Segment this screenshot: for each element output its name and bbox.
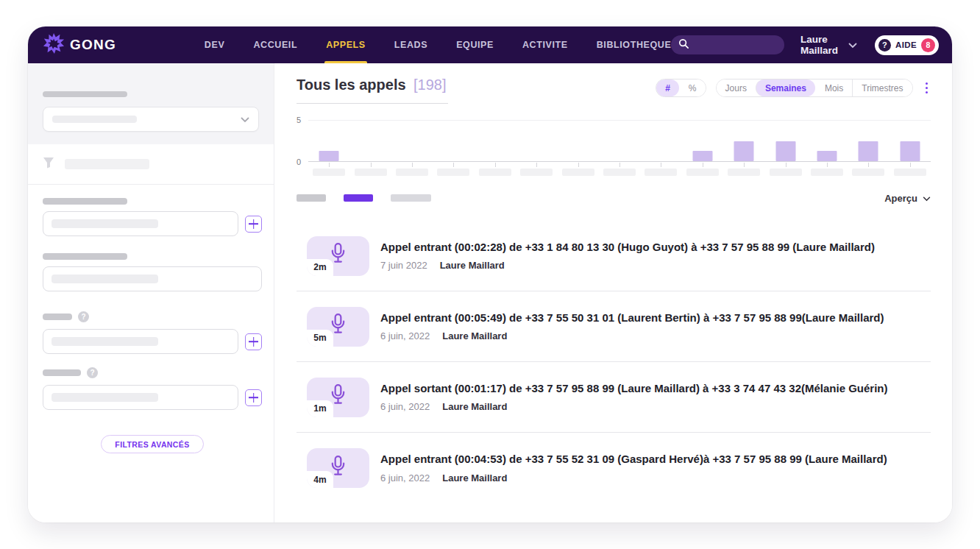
call-date: 6 juin, 2022: [380, 330, 430, 341]
unit-toggle-option[interactable]: #: [656, 79, 679, 96]
overview-dropdown[interactable]: Aperçu: [884, 191, 931, 205]
chart-slot: [806, 121, 848, 161]
skeleton-x-label: [313, 169, 345, 176]
call-title: Appel entrant (00:02:28) de +33 1 84 80 …: [380, 241, 875, 255]
gong-starburst-icon: [43, 32, 65, 57]
call-owner[interactable]: Laure Maillard: [442, 472, 507, 484]
x-axis-tick: [412, 163, 413, 167]
skeleton-x-label: [437, 169, 469, 176]
skeleton-label: [43, 91, 127, 97]
call-list-item[interactable]: 1m Appel sortant (00:01:17) de +33 7 57 …: [297, 362, 931, 433]
call-list-item[interactable]: 4m Appel entrant (00:04:53) de +33 7 55 …: [297, 433, 931, 503]
chart-slot: [475, 121, 516, 161]
user-menu[interactable]: Laure Maillard: [800, 34, 857, 56]
nav-item[interactable]: LEADS: [394, 26, 427, 63]
search-input[interactable]: [695, 40, 777, 51]
chart-slot: [557, 121, 598, 161]
brand-name: GONG: [70, 37, 116, 53]
help-tooltip-icon[interactable]: ?: [78, 311, 89, 322]
call-owner[interactable]: Laure Maillard: [442, 401, 507, 412]
filter-group-1: [43, 198, 262, 236]
nav-item[interactable]: ACCUEIL: [253, 26, 297, 63]
filter-input-4[interactable]: [43, 385, 238, 410]
chart-bar[interactable]: [817, 151, 837, 161]
add-filter-button[interactable]: [245, 333, 262, 350]
skeleton-chip[interactable]: [297, 194, 326, 202]
skeleton-input-value: [52, 337, 158, 346]
skeleton-x-label: [728, 169, 760, 176]
filter-input-2[interactable]: [43, 266, 262, 291]
funnel-filter-icon: [43, 157, 54, 171]
chart-bar[interactable]: [859, 141, 878, 161]
call-recording-thumbnail[interactable]: 2m: [307, 236, 369, 276]
call-owner[interactable]: Laure Maillard: [442, 330, 507, 341]
chart-slot: [640, 121, 681, 161]
chart-slot: [848, 121, 889, 161]
period-toggle-option[interactable]: Mois: [815, 79, 852, 96]
call-recording-thumbnail[interactable]: 5m: [307, 307, 369, 347]
unit-toggle-option[interactable]: %: [679, 79, 706, 96]
call-owner[interactable]: Laure Maillard: [440, 260, 505, 271]
x-axis-tick: [868, 163, 869, 167]
chart-bar[interactable]: [900, 141, 920, 161]
add-filter-button[interactable]: [245, 216, 262, 233]
add-filter-button[interactable]: [245, 389, 262, 406]
period-toggle-option[interactable]: Semaines: [756, 79, 815, 96]
filter-input-1[interactable]: [43, 211, 238, 236]
x-axis-tick: [495, 163, 496, 167]
nav-item[interactable]: ACTIVITE: [522, 26, 568, 63]
filter-group-2: [43, 253, 262, 291]
saved-view-select[interactable]: [43, 107, 259, 132]
chart-bar[interactable]: [319, 151, 339, 161]
x-axis-tick: [453, 163, 454, 167]
period-toggle: JoursSemainesMoisTrimestres: [716, 79, 913, 97]
help-button[interactable]: ? AIDE 8: [875, 35, 939, 55]
period-toggle-option[interactable]: Jours: [717, 79, 756, 96]
call-recording-thumbnail[interactable]: 1m: [307, 378, 369, 417]
app-window: GONG DEV ACCUEIL APPELS LEADS EQUIPE ACT…: [28, 26, 952, 523]
nav-item[interactable]: DEV: [205, 26, 225, 63]
chart-bar[interactable]: [775, 141, 795, 161]
filter-input-3[interactable]: [43, 329, 238, 354]
skeleton-x-label: [479, 169, 511, 176]
chart-plot-area: [308, 120, 931, 162]
skeleton-chip[interactable]: [391, 194, 431, 202]
x-axis-tick: [744, 163, 745, 167]
top-navigation-bar: GONG DEV ACCUEIL APPELS LEADS EQUIPE ACT…: [28, 26, 952, 63]
chart-legend-row: Aperçu: [297, 191, 931, 205]
call-duration-badge: 4m: [307, 471, 333, 488]
chart-bar[interactable]: [734, 141, 754, 161]
skeleton-x-label: [396, 169, 428, 176]
skeleton-input-value: [52, 393, 158, 402]
calls-bar-chart: 5 0: [297, 120, 931, 162]
call-recording-thumbnail[interactable]: 4m: [307, 448, 369, 488]
nav-item[interactable]: BIBLIOTHEQUE: [597, 26, 672, 63]
help-notification-badge: 8: [921, 38, 935, 52]
x-axis-tick: [661, 163, 661, 167]
skeleton-filter-text: [65, 159, 149, 169]
skeleton-x-label: [355, 169, 387, 176]
chart-slot: [764, 121, 806, 161]
period-toggle-option[interactable]: Trimestres: [852, 79, 912, 96]
overview-label: Aperçu: [884, 193, 917, 204]
call-list-item[interactable]: 2m Appel entrant (00:02:28) de +33 1 84 …: [297, 221, 931, 291]
help-tooltip-icon[interactable]: ?: [87, 367, 98, 378]
nav-item[interactable]: APPELS: [326, 26, 366, 63]
global-search[interactable]: [671, 35, 784, 54]
skeleton-x-label: [852, 169, 884, 176]
primary-nav: DEV ACCUEIL APPELS LEADS EQUIPE ACTIVITE…: [205, 26, 672, 63]
x-axis-tick: [786, 163, 787, 167]
skeleton-select-value: [52, 116, 137, 123]
skeleton-x-label: [520, 169, 553, 176]
x-axis-tick: [827, 163, 828, 167]
user-name: Laure Maillard: [800, 34, 842, 56]
skeleton-x-label: [770, 169, 802, 176]
nav-item[interactable]: EQUIPE: [456, 26, 494, 63]
chart-bar[interactable]: [692, 151, 712, 161]
call-list-item[interactable]: 5m Appel entrant (00:05:49) de +33 7 55 …: [297, 291, 931, 362]
advanced-filters-button[interactable]: FILTRES AVANCÉS: [101, 435, 203, 453]
chart-slot: [723, 121, 764, 161]
more-options-menu[interactable]: [923, 79, 931, 97]
skeleton-chip-selected[interactable]: [344, 194, 373, 202]
gong-logo[interactable]: GONG: [43, 32, 116, 57]
